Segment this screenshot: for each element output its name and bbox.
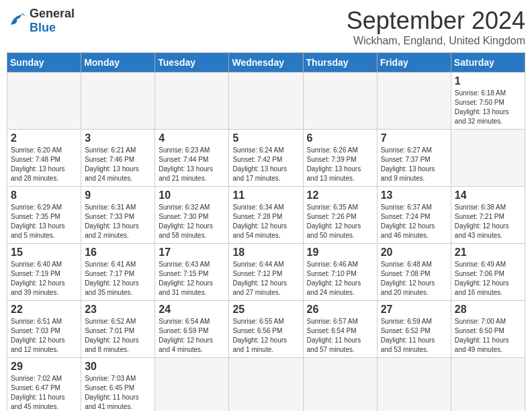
day-info: Sunrise: 6:48 AM Sunset: 7:08 PM Dayligh… bbox=[381, 260, 447, 298]
day-info: Sunrise: 6:31 AM Sunset: 7:33 PM Dayligh… bbox=[85, 203, 151, 240]
col-saturday: Saturday bbox=[451, 53, 525, 73]
table-row: 1 Sunrise: 6:18 AM Sunset: 7:50 PM Dayli… bbox=[451, 73, 525, 130]
table-row: 6 Sunrise: 6:26 AM Sunset: 7:39 PM Dayli… bbox=[303, 130, 377, 187]
day-number: 8 bbox=[11, 189, 77, 201]
table-row: 4 Sunrise: 6:23 AM Sunset: 7:44 PM Dayli… bbox=[155, 130, 229, 187]
day-number: 19 bbox=[307, 246, 373, 259]
day-info: Sunrise: 6:46 AM Sunset: 7:10 PM Dayligh… bbox=[307, 260, 373, 298]
table-row: 13 Sunrise: 6:37 AM Sunset: 7:24 PM Dayl… bbox=[377, 187, 451, 244]
table-row: 28 Sunrise: 7:00 AM Sunset: 6:50 PM Dayl… bbox=[451, 301, 525, 358]
day-info: Sunrise: 6:54 AM Sunset: 6:59 PM Dayligh… bbox=[159, 317, 225, 355]
day-info: Sunrise: 6:37 AM Sunset: 7:24 PM Dayligh… bbox=[381, 203, 447, 240]
day-info: Sunrise: 7:02 AM Sunset: 6:47 PM Dayligh… bbox=[11, 374, 77, 411]
table-row: 2 Sunrise: 6:20 AM Sunset: 7:48 PM Dayli… bbox=[7, 130, 81, 187]
day-info: Sunrise: 6:52 AM Sunset: 7:01 PM Dayligh… bbox=[85, 317, 151, 355]
table-row bbox=[81, 73, 155, 130]
table-row: 11 Sunrise: 6:34 AM Sunset: 7:28 PM Dayl… bbox=[229, 187, 303, 244]
day-number: 17 bbox=[159, 246, 225, 259]
calendar-week-row: 15 Sunrise: 6:40 AM Sunset: 7:19 PM Dayl… bbox=[7, 244, 525, 301]
day-info: Sunrise: 6:55 AM Sunset: 6:56 PM Dayligh… bbox=[232, 317, 299, 355]
day-info: Sunrise: 6:43 AM Sunset: 7:15 PM Dayligh… bbox=[159, 260, 225, 298]
day-number: 20 bbox=[381, 246, 447, 259]
table-row: 17 Sunrise: 6:43 AM Sunset: 7:15 PM Dayl… bbox=[155, 244, 229, 301]
day-number: 26 bbox=[307, 304, 373, 316]
day-number: 13 bbox=[381, 189, 447, 201]
page-header: General Blue September 2024 Wickham, Eng… bbox=[7, 7, 525, 47]
day-info: Sunrise: 6:18 AM Sunset: 7:50 PM Dayligh… bbox=[455, 89, 521, 126]
table-row: 29 Sunrise: 7:02 AM Sunset: 6:47 PM Dayl… bbox=[7, 358, 81, 412]
day-number: 11 bbox=[232, 189, 299, 201]
table-row: 22 Sunrise: 6:51 AM Sunset: 7:03 PM Dayl… bbox=[7, 301, 81, 358]
col-tuesday: Tuesday bbox=[155, 53, 229, 73]
day-number: 7 bbox=[381, 132, 447, 144]
day-number: 14 bbox=[455, 189, 521, 201]
day-info: Sunrise: 6:51 AM Sunset: 7:03 PM Dayligh… bbox=[11, 317, 77, 355]
logo-icon bbox=[7, 11, 27, 31]
table-row bbox=[7, 73, 81, 130]
table-row bbox=[377, 73, 451, 130]
day-number: 1 bbox=[455, 75, 521, 87]
day-number: 28 bbox=[455, 304, 521, 316]
day-number: 6 bbox=[307, 132, 373, 144]
day-number: 4 bbox=[159, 132, 225, 144]
calendar-header: Sunday Monday Tuesday Wednesday Thursday… bbox=[7, 53, 525, 73]
table-row: 26 Sunrise: 6:57 AM Sunset: 6:54 PM Dayl… bbox=[303, 301, 377, 358]
table-row bbox=[377, 358, 451, 412]
col-monday: Monday bbox=[81, 53, 155, 73]
table-row bbox=[451, 130, 525, 187]
logo-blue: Blue bbox=[30, 21, 56, 34]
header-row: Sunday Monday Tuesday Wednesday Thursday… bbox=[7, 53, 525, 73]
day-info: Sunrise: 6:26 AM Sunset: 7:39 PM Dayligh… bbox=[307, 146, 373, 183]
table-row bbox=[155, 73, 229, 130]
table-row: 15 Sunrise: 6:40 AM Sunset: 7:19 PM Dayl… bbox=[7, 244, 81, 301]
table-row: 16 Sunrise: 6:41 AM Sunset: 7:17 PM Dayl… bbox=[81, 244, 155, 301]
table-row: 18 Sunrise: 6:44 AM Sunset: 7:12 PM Dayl… bbox=[229, 244, 303, 301]
day-number: 18 bbox=[232, 246, 299, 259]
table-row: 24 Sunrise: 6:54 AM Sunset: 6:59 PM Dayl… bbox=[155, 301, 229, 358]
table-row bbox=[155, 358, 229, 412]
day-number: 29 bbox=[11, 361, 77, 373]
table-row: 20 Sunrise: 6:48 AM Sunset: 7:08 PM Dayl… bbox=[377, 244, 451, 301]
table-row: 25 Sunrise: 6:55 AM Sunset: 6:56 PM Dayl… bbox=[229, 301, 303, 358]
day-info: Sunrise: 6:44 AM Sunset: 7:12 PM Dayligh… bbox=[232, 260, 299, 298]
table-row: 19 Sunrise: 6:46 AM Sunset: 7:10 PM Dayl… bbox=[303, 244, 377, 301]
table-row: 23 Sunrise: 6:52 AM Sunset: 7:01 PM Dayl… bbox=[81, 301, 155, 358]
day-info: Sunrise: 6:21 AM Sunset: 7:46 PM Dayligh… bbox=[85, 146, 151, 183]
calendar-week-row: 22 Sunrise: 6:51 AM Sunset: 7:03 PM Dayl… bbox=[7, 301, 525, 358]
logo-general: General bbox=[30, 7, 75, 20]
day-number: 27 bbox=[381, 304, 447, 316]
col-friday: Friday bbox=[377, 53, 451, 73]
table-row: 5 Sunrise: 6:24 AM Sunset: 7:42 PM Dayli… bbox=[229, 130, 303, 187]
day-number: 21 bbox=[455, 246, 521, 259]
table-row bbox=[303, 358, 377, 412]
table-row: 3 Sunrise: 6:21 AM Sunset: 7:46 PM Dayli… bbox=[81, 130, 155, 187]
title-section: September 2024 Wickham, England, United … bbox=[347, 7, 525, 47]
logo-text: General Blue bbox=[30, 7, 75, 35]
day-info: Sunrise: 6:57 AM Sunset: 6:54 PM Dayligh… bbox=[307, 317, 373, 355]
month-title: September 2024 bbox=[347, 7, 525, 35]
table-row: 8 Sunrise: 6:29 AM Sunset: 7:35 PM Dayli… bbox=[7, 187, 81, 244]
table-row: 12 Sunrise: 6:35 AM Sunset: 7:26 PM Dayl… bbox=[303, 187, 377, 244]
col-wednesday: Wednesday bbox=[229, 53, 303, 73]
table-row bbox=[303, 73, 377, 130]
table-row: 9 Sunrise: 6:31 AM Sunset: 7:33 PM Dayli… bbox=[81, 187, 155, 244]
day-number: 3 bbox=[85, 132, 151, 144]
calendar-table: Sunday Monday Tuesday Wednesday Thursday… bbox=[7, 52, 525, 411]
day-number: 25 bbox=[232, 304, 299, 316]
table-row: 30 Sunrise: 7:03 AM Sunset: 6:45 PM Dayl… bbox=[81, 358, 155, 412]
day-number: 5 bbox=[232, 132, 299, 144]
table-row: 14 Sunrise: 6:38 AM Sunset: 7:21 PM Dayl… bbox=[451, 187, 525, 244]
day-number: 2 bbox=[11, 132, 77, 144]
day-info: Sunrise: 6:20 AM Sunset: 7:48 PM Dayligh… bbox=[11, 146, 77, 183]
table-row bbox=[229, 358, 303, 412]
day-info: Sunrise: 6:23 AM Sunset: 7:44 PM Dayligh… bbox=[159, 146, 225, 183]
table-row: 27 Sunrise: 6:59 AM Sunset: 6:52 PM Dayl… bbox=[377, 301, 451, 358]
table-row bbox=[451, 358, 525, 412]
day-number: 30 bbox=[85, 361, 151, 373]
day-number: 24 bbox=[159, 304, 225, 316]
day-number: 16 bbox=[85, 246, 151, 259]
day-info: Sunrise: 6:29 AM Sunset: 7:35 PM Dayligh… bbox=[11, 203, 77, 240]
calendar-body: 1 Sunrise: 6:18 AM Sunset: 7:50 PM Dayli… bbox=[7, 73, 525, 412]
day-info: Sunrise: 6:27 AM Sunset: 7:37 PM Dayligh… bbox=[381, 146, 447, 183]
day-info: Sunrise: 6:35 AM Sunset: 7:26 PM Dayligh… bbox=[307, 203, 373, 240]
